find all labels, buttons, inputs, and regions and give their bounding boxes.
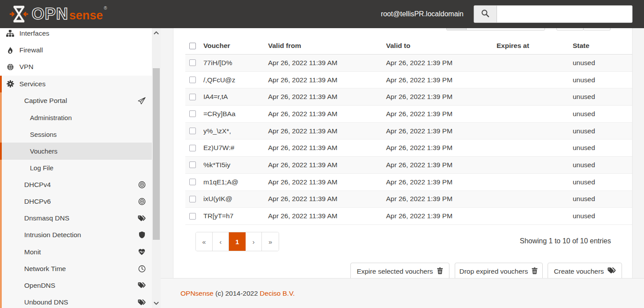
select-all-checkbox[interactable] (189, 43, 196, 49)
button-label: Expire selected vouchers (357, 268, 433, 275)
shield-icon (138, 231, 146, 239)
pagination-prev[interactable]: ‹ (213, 232, 229, 251)
row-checkbox[interactable] (189, 213, 196, 220)
voucher-code: Ez)U7W:# (203, 144, 268, 152)
action-buttons: Expire selected vouchers Drop expired vo… (173, 263, 633, 278)
paper-plane-icon (138, 97, 146, 104)
state: unused (568, 76, 633, 84)
row-checkbox[interactable] (189, 161, 196, 168)
sidebar-item-opendns[interactable]: OpenDNS (0, 277, 152, 294)
column-header-voucher[interactable]: Voucher (203, 42, 268, 50)
sidebar-item-vouchers[interactable]: Vouchers (0, 143, 152, 159)
button-label: Drop expired vouchers (460, 268, 528, 275)
sidebar-item-services[interactable]: Services (0, 76, 152, 92)
column-header-valid-to[interactable]: Valid to (386, 42, 497, 50)
row-checkbox[interactable] (189, 128, 196, 134)
bullseye-icon (138, 198, 146, 205)
search-icon (481, 9, 489, 19)
pagination-last[interactable]: » (262, 232, 279, 251)
valid-to: Apr 26, 2022 1:39 PM (386, 127, 497, 135)
sidebar-item-unbound-dns[interactable]: Unbound DNS (0, 294, 152, 308)
tags-icon (607, 267, 616, 276)
sidebar-item-firewall[interactable]: Firewall (0, 42, 152, 59)
vouchers-table: Voucher Valid from Valid to Expires at S… (185, 37, 633, 225)
opnsense-footer-link[interactable]: OPNsense (180, 290, 213, 297)
top-header: OPN sense ® root@tellisPR.localdomain (0, 0, 644, 28)
valid-from: Apr 26, 2022 11:39 AM (268, 110, 386, 118)
row-checkbox[interactable] (189, 110, 196, 117)
row-checkbox[interactable] (189, 196, 196, 202)
sidebar-scrollbar-thumb[interactable] (153, 68, 160, 240)
grid-toolbar-cutoff (556, 28, 610, 30)
state: unused (568, 93, 633, 101)
column-header-expires-at[interactable]: Expires at (497, 42, 568, 50)
grid-toolbar-button-cutoff[interactable] (556, 28, 584, 30)
content-panel: Voucher Valid from Valid to Expires at S… (173, 28, 633, 278)
drop-expired-vouchers-button[interactable]: Drop expired vouchers (455, 263, 543, 278)
brand-sense: sense (69, 9, 103, 22)
sidebar-item-label: OpenDNS (24, 282, 55, 290)
table-row: ixU(yIK@ Apr 26, 2022 11:39 AM Apr 26, 2… (185, 191, 633, 208)
sidebar-item-log-file[interactable]: Log File (0, 160, 152, 176)
sidebar-item-dhcpv6[interactable]: DHCPv6 (0, 193, 152, 210)
valid-to: Apr 26, 2022 1:39 PM (386, 76, 497, 84)
sidebar-item-label: Administration (30, 114, 72, 121)
scroll-down-button[interactable] (152, 299, 161, 307)
copyright-text: (c) 2014-2022 (215, 290, 258, 297)
sidebar-item-monit[interactable]: Monit (0, 243, 152, 260)
valid-to: Apr 26, 2022 1:39 PM (386, 93, 497, 101)
sitemap-icon (6, 30, 14, 37)
sidebar-item-label: Intrusion Detection (24, 231, 81, 239)
opnsense-logo[interactable]: OPN sense ® (10, 4, 107, 24)
valid-to: Apr 26, 2022 1:39 PM (386, 110, 497, 118)
column-header-valid-from[interactable]: Valid from (268, 42, 386, 50)
trash-icon (531, 267, 538, 276)
tags-icon (138, 282, 146, 289)
valid-from: Apr 26, 2022 11:39 AM (268, 76, 386, 84)
pagination-next[interactable]: › (246, 232, 262, 251)
search-addon[interactable] (474, 6, 497, 22)
sidebar-item-label: Monit (24, 248, 41, 256)
row-checkbox[interactable] (189, 145, 196, 151)
voucher-code: =CRy]BAa (203, 110, 268, 118)
sidebar-item-intrusion-detection[interactable]: Intrusion Detection (0, 227, 152, 243)
pagination-page-1[interactable]: 1 (229, 232, 246, 251)
grid-toolbar-button-cutoff[interactable] (583, 28, 611, 30)
opnsense-app: OPN sense ® root@tellisPR.localdomain (0, 0, 644, 308)
create-vouchers-button[interactable]: Create vouchers (548, 263, 622, 278)
row-checkbox[interactable] (189, 77, 196, 83)
sidebar-item-sessions[interactable]: Sessions (0, 126, 152, 143)
sidebar-item-network-time[interactable]: Network Time (0, 260, 152, 277)
valid-from: Apr 26, 2022 11:39 AM (268, 161, 386, 169)
trash-icon (437, 267, 443, 276)
row-checkbox[interactable] (189, 59, 196, 66)
sidebar-item-captive-portal[interactable]: Captive Portal (0, 92, 152, 109)
state: unused (568, 59, 633, 67)
valid-to: Apr 26, 2022 1:39 PM (386, 212, 497, 220)
sidebar-item-interfaces[interactable]: Interfaces (0, 28, 152, 42)
sidebar-item-dhcpv4[interactable]: DHCPv4 (0, 176, 152, 193)
valid-to: Apr 26, 2022 1:39 PM (386, 195, 497, 203)
expire-selected-vouchers-button[interactable]: Expire selected vouchers (350, 263, 449, 278)
state: unused (568, 178, 633, 186)
table-header-row: Voucher Valid from Valid to Expires at S… (185, 37, 633, 55)
sidebar-item-vpn[interactable]: VPN (0, 59, 152, 75)
pagination-first[interactable]: « (196, 232, 213, 251)
sidebar-item-dnsmasq-dns[interactable]: Dnsmasq DNS (0, 210, 152, 227)
row-checkbox[interactable] (189, 179, 196, 185)
deciso-footer-link[interactable]: Deciso B.V. (260, 290, 295, 297)
grid-search-input-cutoff[interactable] (467, 28, 545, 30)
sidebar-item-label: Interfaces (19, 29, 49, 37)
column-header-state[interactable]: State (568, 42, 633, 50)
table-row: TR[yT=h7 Apr 26, 2022 11:39 AM Apr 26, 2… (185, 208, 633, 225)
voucher-code: /,QFcU@z (203, 76, 268, 84)
search-input[interactable] (497, 6, 632, 22)
valid-to: Apr 26, 2022 1:39 PM (386, 178, 497, 186)
row-checkbox[interactable] (189, 94, 196, 100)
valid-from: Apr 26, 2022 11:39 AM (268, 93, 386, 101)
clock-icon (138, 265, 146, 272)
sidebar-item-label: Services (19, 80, 45, 88)
scroll-up-button[interactable] (152, 29, 161, 37)
bullseye-icon (138, 181, 146, 188)
sidebar-item-administration[interactable]: Administration (0, 109, 152, 126)
